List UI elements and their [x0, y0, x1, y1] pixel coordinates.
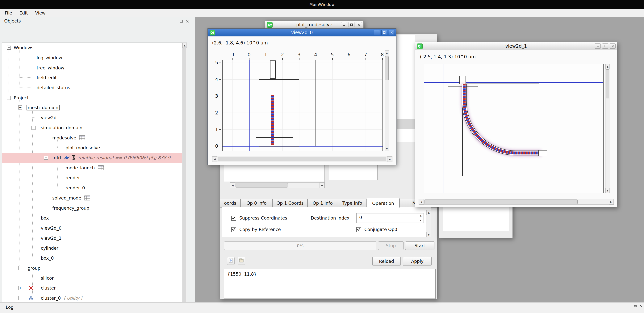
tree-label[interactable]: Windows	[12, 45, 34, 50]
dock-float-icon[interactable]	[633, 303, 638, 308]
tree-label[interactable]: box_0	[40, 255, 55, 261]
scroll-left-icon[interactable]: ◀	[419, 199, 424, 205]
minimize-button[interactable]	[341, 22, 347, 27]
scroll-right-icon[interactable]: ▶	[320, 183, 324, 188]
tree-label[interactable]: cluster	[40, 285, 57, 291]
conjugate-op0-checkbox[interactable]	[356, 227, 361, 232]
scroll-up-icon[interactable]: ▲	[385, 50, 389, 55]
tree-item-render_0[interactable]: render_0	[2, 183, 182, 193]
tree-item-simulation_domain[interactable]: −simulation_domain	[2, 123, 182, 133]
tree-item-field_edit[interactable]: field_edit	[2, 73, 182, 83]
reload-button[interactable]: Reload	[372, 257, 401, 266]
tab-oords[interactable]: oords	[220, 199, 240, 207]
window-titlebar[interactable]: Qt view2d_1	[415, 42, 617, 50]
tree-label[interactable]: box	[40, 215, 50, 221]
scrollbar-thumb[interactable]	[218, 157, 386, 161]
scroll-up-icon[interactable]: ▲	[606, 64, 610, 69]
collapse-icon[interactable]: −	[44, 156, 48, 160]
panel-vertical-scrollbar[interactable]: ▲ ▼	[426, 210, 431, 237]
tree-item-box[interactable]: box	[2, 213, 182, 223]
tree-item-view2d_0[interactable]: view2d_0	[2, 223, 182, 233]
tree-label[interactable]: plot_modesolve	[64, 145, 101, 151]
scrollbar-thumb[interactable]	[183, 48, 186, 304]
tree-label[interactable]: view2d_0	[40, 225, 62, 231]
tab-op-0-info[interactable]: Op 0 info	[240, 199, 272, 207]
scroll-left-icon[interactable]: ◀	[212, 156, 217, 162]
objects-tree[interactable]: −Windowslog_windowtree_windowfield_editd…	[2, 42, 182, 309]
scrollbar-thumb[interactable]	[385, 56, 388, 80]
collapse-icon[interactable]: −	[7, 45, 11, 50]
tree-label[interactable]: field_edit	[36, 75, 58, 80]
scroll-left-icon[interactable]: ◀	[230, 183, 235, 188]
close-button[interactable]	[356, 22, 362, 27]
tree-item-detailed_status[interactable]: detailed_status	[2, 83, 182, 93]
window-titlebar[interactable]: Qt view2d_0	[208, 29, 396, 37]
view-horizontal-scrollbar[interactable]: ◀ ▶	[418, 199, 614, 205]
tree-label[interactable]: silicon	[40, 275, 56, 281]
tree-label[interactable]: Project	[12, 95, 30, 101]
collapse-icon[interactable]: −	[18, 266, 22, 270]
tree-label[interactable]: render	[64, 175, 81, 181]
tree-item-cylinder[interactable]: cylinder	[2, 243, 182, 253]
scroll-up-icon[interactable]: ▲	[426, 210, 431, 215]
tree-item-tree_window[interactable]: tree_window	[2, 63, 182, 73]
value-editor[interactable]: {1550, 11.8}	[224, 269, 436, 299]
collapse-icon[interactable]: −	[32, 126, 36, 130]
tree-label[interactable]: detailed_status	[36, 85, 72, 91]
tree-item-log_window[interactable]: log_window	[2, 53, 182, 63]
scroll-down-icon[interactable]: ▼	[606, 188, 610, 193]
collapse-icon[interactable]: −	[18, 105, 22, 109]
view-vertical-scrollbar[interactable]: ▲ ▼	[605, 64, 610, 193]
tree-item-modesolve[interactable]: −modesolve	[2, 133, 182, 143]
minimize-button[interactable]	[374, 30, 380, 35]
scrollbar-thumb[interactable]	[236, 183, 288, 188]
suppress-coordinates-checkbox[interactable]	[231, 216, 236, 221]
collapse-icon[interactable]: −	[44, 136, 48, 140]
copy-by-reference-checkbox[interactable]	[231, 227, 236, 232]
tree-item-box_0[interactable]: box_0	[2, 253, 182, 263]
tab-op-1-info[interactable]: Op 1 info	[308, 199, 338, 207]
scroll-down-icon[interactable]: ▼	[426, 232, 431, 237]
tree-item-view2d_1[interactable]: view2d_1	[2, 233, 182, 243]
plot-canvas[interactable]	[222, 60, 383, 151]
window-titlebar[interactable]: Qt plot_modesolve	[265, 21, 364, 29]
tree-item-fdfd[interactable]: −fdfdrelative residual == 0.0968069 [5];…	[2, 153, 182, 163]
tree-label[interactable]: solved_mode	[51, 195, 82, 201]
tree-label[interactable]: mesh_domain	[26, 105, 60, 110]
spin-up-icon[interactable]: ▲	[418, 213, 424, 218]
tree-label[interactable]: cylinder	[40, 245, 60, 251]
tree-item-silicon[interactable]: silicon	[2, 273, 182, 283]
maximize-button[interactable]	[348, 22, 354, 27]
scrollbar-thumb[interactable]	[606, 69, 609, 98]
tab-operation[interactable]: Operation	[367, 198, 400, 208]
tree-label[interactable]: simulation_domain	[40, 125, 84, 131]
open-button[interactable]	[238, 257, 245, 265]
close-button[interactable]	[389, 30, 395, 35]
tree-label[interactable]: fdfd	[51, 155, 62, 161]
view-horizontal-scrollbar[interactable]: ◀ ▶	[212, 156, 392, 162]
tab-type-info[interactable]: Type Info	[338, 199, 367, 207]
tab-op-1-coords[interactable]: Op 1 Coords	[272, 199, 308, 207]
tree-vertical-scrollbar[interactable]: ▲ ▼	[182, 42, 187, 309]
tree-item-plot_modesolve[interactable]: plot_modesolve	[2, 143, 182, 153]
tree-item-cluster[interactable]: +cluster	[2, 283, 182, 293]
spin-down-icon[interactable]: ▼	[418, 218, 424, 223]
maximize-button[interactable]	[602, 43, 608, 49]
dock-float-icon[interactable]	[179, 19, 184, 24]
menu-view[interactable]: View	[32, 9, 49, 17]
tree-label[interactable]: tree_window	[36, 65, 66, 71]
minimize-button[interactable]	[595, 43, 601, 49]
field-horizontal-scrollbar[interactable]: ◀ ▶	[230, 182, 325, 188]
destination-index-spinbox[interactable]: 0 ▲ ▼	[356, 213, 424, 223]
tree-label[interactable]: frequency_group	[51, 205, 90, 211]
tree-item-mode_launch[interactable]: mode_launch	[2, 163, 182, 173]
maximize-button[interactable]	[381, 30, 387, 35]
close-button[interactable]	[610, 43, 616, 49]
tree-label[interactable]: mode_launch	[64, 165, 96, 171]
scrollbar-thumb[interactable]	[424, 200, 578, 204]
export-button[interactable]	[227, 257, 234, 265]
tree-item-Windows[interactable]: −Windows	[2, 43, 182, 53]
scroll-up-icon[interactable]: ▲	[182, 43, 187, 48]
tree-label[interactable]: log_window	[36, 55, 63, 61]
menu-file[interactable]: File	[1, 9, 16, 17]
